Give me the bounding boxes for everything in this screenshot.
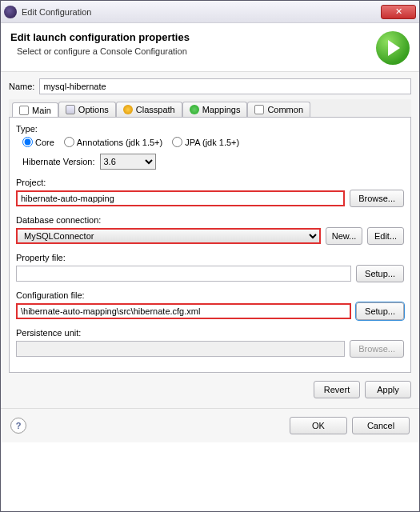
- eclipse-icon: [4, 6, 17, 18]
- main-icon: [19, 106, 29, 115]
- tab-mappings[interactable]: Mappings: [182, 102, 248, 117]
- name-label: Name:: [9, 82, 34, 91]
- tab-bar: Main Options Classpath Mappings Common: [9, 99, 411, 118]
- radio-annotations[interactable]: Annotations (jdk 1.5+): [64, 137, 162, 147]
- run-icon: [376, 31, 410, 65]
- header-title: Edit launch configuration properties: [10, 31, 370, 43]
- tab-common[interactable]: Common: [247, 102, 310, 117]
- dialog-header: Edit launch configuration properties Sel…: [1, 23, 419, 72]
- persist-label: Persistence unit:: [16, 328, 404, 338]
- dbconn-new-button[interactable]: New...: [326, 227, 362, 245]
- dialog-window: Edit Configuration ✕ Edit launch configu…: [0, 0, 420, 512]
- radio-jpa[interactable]: JPA (jdk 1.5+): [172, 137, 239, 147]
- project-label: Project:: [16, 178, 404, 187]
- project-input[interactable]: [16, 190, 345, 206]
- propfile-input[interactable]: [16, 266, 351, 282]
- type-label: Type:: [16, 124, 404, 134]
- project-browse-button[interactable]: Browse...: [350, 190, 404, 207]
- persist-browse-button: Browse...: [350, 340, 404, 358]
- close-button[interactable]: ✕: [381, 5, 416, 19]
- mappings-icon: [190, 105, 199, 114]
- name-input[interactable]: [39, 78, 411, 94]
- radio-core[interactable]: Core: [22, 137, 54, 147]
- dbconn-edit-button[interactable]: Edit...: [367, 227, 404, 245]
- main-panel: Type: Core Annotations (jdk 1.5+) JPA (j…: [9, 118, 411, 373]
- propfile-setup-button[interactable]: Setup...: [356, 265, 404, 282]
- window-title: Edit Configuration: [22, 7, 381, 17]
- tab-main[interactable]: Main: [12, 102, 58, 118]
- cancel-button[interactable]: Cancel: [352, 417, 410, 434]
- cfgfile-input[interactable]: [16, 303, 351, 319]
- ok-button[interactable]: OK: [290, 417, 347, 434]
- tab-classpath[interactable]: Classpath: [116, 102, 182, 117]
- propfile-label: Property file:: [16, 253, 404, 262]
- persist-input: [16, 341, 345, 357]
- cfgfile-label: Configuration file:: [16, 290, 404, 300]
- header-subtitle: Select or configure a Console Configurat…: [10, 46, 370, 56]
- apply-button[interactable]: Apply: [365, 381, 411, 398]
- cfgfile-setup-button[interactable]: Setup...: [356, 302, 404, 320]
- hibernate-version-label: Hibernate Version:: [22, 157, 95, 166]
- classpath-icon: [123, 105, 133, 114]
- tab-options[interactable]: Options: [58, 102, 116, 117]
- revert-button[interactable]: Revert: [314, 381, 360, 398]
- common-icon: [254, 105, 264, 114]
- dbconn-select[interactable]: MySQLConnector: [16, 228, 321, 244]
- options-icon: [66, 105, 75, 114]
- hibernate-version-select[interactable]: 3.6: [100, 154, 156, 170]
- titlebar[interactable]: Edit Configuration ✕: [1, 1, 419, 23]
- dbconn-label: Database connection:: [16, 215, 404, 225]
- help-icon[interactable]: ?: [10, 418, 26, 434]
